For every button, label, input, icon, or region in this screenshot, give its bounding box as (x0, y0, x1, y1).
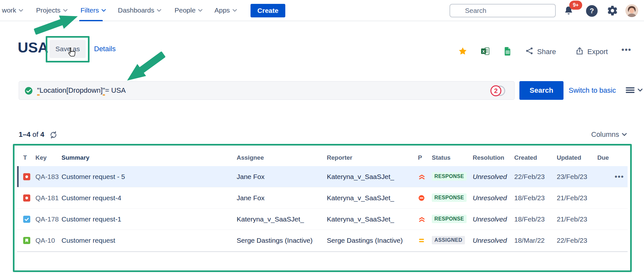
issue-assignee: Serge Dastings (Inactive) (237, 230, 313, 251)
favorite-star-icon[interactable] (458, 46, 468, 56)
save-as-button[interactable]: Save as (50, 40, 86, 58)
nav-item-dashboards[interactable]: Dashboards (118, 0, 161, 21)
status-badge: ASSIGNED (432, 236, 465, 244)
issue-summary-link[interactable]: Customer request-4 (62, 187, 121, 209)
col-header-resolution[interactable]: Resolution (473, 152, 504, 164)
chevron-down-icon (638, 89, 643, 92)
priority-high-icon (418, 173, 426, 180)
create-button[interactable]: Create (251, 4, 285, 17)
col-header-summary[interactable]: Summary (62, 152, 90, 164)
status-cell: RESPONSE (432, 166, 467, 187)
details-link[interactable]: Details (94, 40, 116, 58)
row-actions-menu[interactable]: ••• (615, 166, 624, 187)
nav-item-apps[interactable]: Apps (214, 0, 237, 21)
nav-item-people[interactable]: People (175, 0, 203, 21)
jql-valid-check-icon (24, 86, 33, 97)
issue-row-QA-181[interactable]: QA-181Customer request-4Jane FoxKateryna… (17, 187, 628, 209)
chevron-down-icon (198, 9, 203, 12)
nav-label: work (2, 6, 16, 14)
results-range: 1–4 (19, 130, 31, 138)
nav-item-projects[interactable]: Projects (36, 0, 68, 21)
more-actions-button[interactable]: ••• (621, 45, 631, 54)
jql-warning-count-badge[interactable]: 2 (490, 85, 501, 96)
issue-resolution: Unresolved (473, 230, 507, 251)
results-total: 4 (40, 130, 44, 138)
export-button[interactable]: Export (575, 46, 608, 57)
priority-blocker-icon (418, 194, 425, 202)
issue-type-bug-icon (23, 194, 30, 202)
columns-dropdown[interactable]: Columns (591, 129, 627, 140)
issue-summary-link[interactable]: Customer request - 5 (62, 166, 125, 187)
issue-key-link[interactable]: QA-10 (35, 230, 55, 251)
col-header-key[interactable]: Key (35, 152, 47, 164)
status-cell: RESPONSE (432, 209, 467, 230)
settings-gear-icon[interactable] (607, 5, 618, 18)
issue-summary-link[interactable]: Customer request (62, 230, 115, 251)
excel-export-icon[interactable]: X (480, 46, 490, 56)
share-button[interactable]: Share (525, 46, 556, 57)
help-icon[interactable]: ? (586, 5, 598, 17)
share-icon (525, 46, 534, 57)
issue-key-link[interactable]: QA-181 (35, 187, 59, 209)
chevron-down-icon (63, 9, 68, 12)
jql-query-text: "Location[Dropdown]"= USA (37, 81, 126, 99)
export-label: Export (587, 48, 608, 56)
issue-created-date: 22/Feb/23 (514, 166, 545, 187)
status-cell: ASSIGNED (432, 230, 465, 251)
issue-key-link[interactable]: QA-178 (35, 209, 59, 230)
col-header-assignee[interactable]: Assignee (237, 152, 264, 164)
export-icon (575, 46, 584, 57)
jira-filter-page: work Projects Filters Dashboards People … (0, 0, 644, 273)
col-header-due[interactable]: Due (597, 152, 609, 164)
chevron-down-icon (622, 133, 627, 136)
issue-type-story-icon (23, 237, 30, 244)
issue-row-QA-183[interactable]: QA-183Customer request - 5Jane FoxKatery… (17, 166, 628, 187)
col-header-status[interactable]: Status (432, 152, 450, 164)
nav-label: Apps (214, 6, 230, 14)
status-cell: RESPONSE (432, 187, 467, 209)
issue-reporter: Kateryna_v_SaaSJet_ (327, 209, 394, 230)
search-options-menu[interactable] (625, 86, 643, 94)
hamburger-icon (625, 86, 635, 94)
issue-reporter: Kateryna_v_SaaSJet_ (327, 166, 394, 187)
issue-key-link[interactable]: QA-183 (35, 166, 59, 187)
status-badge: RESPONSE (432, 193, 467, 202)
issue-assignee: Jane Fox (237, 187, 264, 209)
col-header-reporter[interactable]: Reporter (327, 152, 352, 164)
col-header-created[interactable]: Created (514, 152, 537, 164)
refresh-icon[interactable] (49, 130, 58, 141)
issue-rows: QA-183Customer request - 5Jane FoxKatery… (17, 166, 628, 252)
jql-input[interactable]: "Location[Dropdown]"= USA 2 (19, 81, 515, 100)
priority-medium-icon (418, 237, 425, 244)
issue-updated-date: 21/Feb/23 (557, 187, 587, 209)
col-header-updated[interactable]: Updated (557, 152, 581, 164)
user-avatar[interactable] (625, 4, 638, 17)
col-header-type[interactable]: T (23, 152, 27, 164)
nav-label: People (175, 6, 195, 14)
nav-item-filters[interactable]: Filters (80, 0, 106, 21)
nav-item-your-work[interactable]: work (2, 0, 23, 21)
columns-label: Columns (591, 129, 619, 140)
global-search-input[interactable] (450, 4, 556, 17)
issue-row-QA-10[interactable]: QA-10Customer requestSerge Dastings (Ina… (17, 230, 628, 251)
nav-label: Projects (36, 6, 61, 14)
search-button[interactable]: Search (519, 81, 564, 100)
results-count: 1–4 of 4 (19, 129, 44, 140)
issue-row-QA-178[interactable]: QA-178Customer request-1Kateryna_v_SaaSJ… (17, 209, 628, 230)
issue-summary-link[interactable]: Customer request-1 (62, 209, 121, 230)
jql-field: Location[Dropdown] (40, 86, 103, 94)
issue-created-date: 18/Feb/23 (514, 209, 545, 230)
issue-table-highlight-box: T Key Summary Assignee Reporter P Status… (13, 144, 632, 272)
svg-text:X: X (482, 49, 485, 53)
share-label: Share (537, 48, 556, 56)
nav-label: Filters (80, 6, 99, 14)
col-header-priority[interactable]: P (418, 152, 422, 164)
google-sheets-icon[interactable] (503, 46, 512, 56)
nav-label: Dashboards (118, 6, 154, 14)
status-badge: RESPONSE (432, 215, 467, 223)
jql-operator-value: = USA (105, 86, 126, 94)
issue-updated-date: 21/Feb/23 (557, 209, 587, 230)
results-of: of (33, 130, 38, 138)
priority-high-icon (418, 216, 426, 223)
switch-to-basic-link[interactable]: Switch to basic (569, 81, 616, 100)
